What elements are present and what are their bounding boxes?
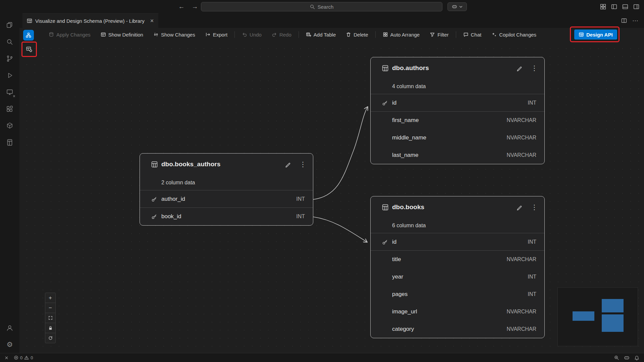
lock-button[interactable] xyxy=(45,323,56,333)
add-table-button[interactable]: Add Table xyxy=(303,30,339,39)
minimap-node-authors xyxy=(602,299,624,312)
notifications-bell-icon[interactable] xyxy=(634,355,639,360)
errors-icon xyxy=(14,355,18,360)
schema-canvas[interactable]: dbo.books_authors ⋮ 2 column data author… xyxy=(19,41,644,353)
zoom-out-button[interactable]: − xyxy=(45,303,56,313)
account-icon[interactable] xyxy=(2,319,18,336)
chat-button[interactable]: Chat xyxy=(460,30,485,39)
filter-label: Filter xyxy=(437,32,448,38)
show-changes-label: Show Changes xyxy=(161,32,195,38)
copilot-status-icon[interactable] xyxy=(624,355,630,361)
table-card-header[interactable]: dbo.books ⋮ xyxy=(371,196,544,218)
canvas-zoom-controls: + − xyxy=(45,293,56,343)
chevron-down-icon xyxy=(459,6,463,8)
column-type: NVARCHAR xyxy=(506,135,544,141)
copilot-menu-button[interactable] xyxy=(447,2,467,11)
table-row[interactable]: first_name NVARCHAR xyxy=(371,112,544,129)
forward-button[interactable]: → xyxy=(191,3,199,10)
source-control-icon[interactable] xyxy=(2,50,18,67)
primary-key-icon xyxy=(140,196,161,202)
copilot-changes-button[interactable]: Copilot Changes xyxy=(488,30,539,39)
problems-indicator[interactable]: 0 0 xyxy=(14,355,33,360)
toggle-secondary-sidebar-icon[interactable] xyxy=(633,4,639,10)
more-actions-icon[interactable]: ⋯ xyxy=(632,17,639,24)
zoom-status-icon[interactable] xyxy=(614,355,619,360)
customize-layout-icon[interactable] xyxy=(600,4,606,10)
tab-close-icon[interactable]: × xyxy=(150,17,154,24)
schema-visualize-rail-button[interactable] xyxy=(23,30,34,41)
column-name: title xyxy=(392,256,401,263)
table-row[interactable]: id INT xyxy=(371,94,544,112)
table-row[interactable]: category NVARCHAR xyxy=(371,320,544,338)
column-type: INT xyxy=(296,196,313,202)
column-type: NVARCHAR xyxy=(506,309,544,315)
redo-button[interactable]: Redo xyxy=(269,30,294,39)
column-name: year xyxy=(392,274,403,280)
table-row[interactable]: title NVARCHAR xyxy=(371,251,544,268)
explorer-icon[interactable] xyxy=(2,17,18,34)
redo-label: Redo xyxy=(279,32,291,38)
zoom-in-button[interactable]: + xyxy=(45,293,56,303)
primary-key-icon xyxy=(140,214,161,220)
settings-gear-icon[interactable]: ⚙ xyxy=(2,336,18,353)
export-button[interactable]: Export xyxy=(202,30,230,39)
search-box[interactable]: Search xyxy=(201,2,442,11)
delete-button[interactable]: Delete xyxy=(343,30,371,39)
extensions-icon[interactable] xyxy=(2,101,18,117)
back-button[interactable]: ← xyxy=(177,3,186,10)
table-menu-icon[interactable]: ⋮ xyxy=(531,203,538,211)
tab-schema-designer[interactable]: Visualize and Design Schema (Preview) - … xyxy=(22,13,158,28)
remote-explorer-icon[interactable] xyxy=(2,84,18,101)
filter-button[interactable]: Filter xyxy=(427,30,451,39)
table-row[interactable]: author_id INT xyxy=(140,190,313,208)
table-card-books-authors[interactable]: dbo.books_authors ⋮ 2 column data author… xyxy=(140,153,313,226)
export-label: Export xyxy=(213,32,227,38)
edit-table-icon[interactable] xyxy=(516,204,523,210)
table-row[interactable]: year INT xyxy=(371,268,544,286)
table-row[interactable]: image_url NVARCHAR xyxy=(371,303,544,320)
toggle-panel-icon[interactable] xyxy=(622,4,628,10)
table-row[interactable]: middle_name NVARCHAR xyxy=(371,129,544,146)
refresh-layout-button[interactable] xyxy=(45,333,56,343)
show-changes-button[interactable]: Show Changes xyxy=(150,30,198,39)
toggle-sidebar-icon[interactable] xyxy=(611,4,617,10)
edit-table-icon[interactable] xyxy=(516,65,523,71)
toolbar-separator xyxy=(456,31,456,38)
tutorial-highlight-design-api xyxy=(570,26,620,42)
table-card-books[interactable]: dbo.books ⋮ 6 column data id INT title N… xyxy=(370,196,545,338)
table-grid-icon xyxy=(140,161,161,168)
minimap-node-books-authors xyxy=(573,311,594,321)
remote-indicator-icon[interactable] xyxy=(4,355,9,360)
table-card-header[interactable]: dbo.books_authors ⋮ xyxy=(140,154,313,175)
fit-view-button[interactable] xyxy=(45,313,56,323)
table-card-header[interactable]: dbo.authors ⋮ xyxy=(371,57,544,79)
table-name: dbo.authors xyxy=(392,64,429,72)
toolbar-separator xyxy=(299,31,299,38)
table-menu-icon[interactable]: ⋮ xyxy=(531,64,538,72)
table-grid-icon xyxy=(371,65,392,71)
search-sidebar-icon[interactable] xyxy=(2,34,18,50)
delete-label: Delete xyxy=(354,32,368,38)
table-subtitle: 4 column data xyxy=(371,79,544,94)
table-row[interactable]: last_name NVARCHAR xyxy=(371,146,544,164)
undo-button[interactable]: Undo xyxy=(239,30,265,39)
split-editor-icon[interactable] xyxy=(621,18,627,23)
minimap[interactable] xyxy=(557,287,638,346)
run-debug-icon[interactable] xyxy=(2,67,18,84)
auto-arrange-button[interactable]: Auto Arrange xyxy=(380,30,423,39)
table-designer-icon[interactable] xyxy=(2,134,18,151)
table-row[interactable]: book_id INT xyxy=(140,208,313,225)
table-menu-icon[interactable]: ⋮ xyxy=(300,160,306,168)
show-definition-button[interactable]: Show Definition xyxy=(98,30,146,39)
apply-changes-button[interactable]: Apply Changes xyxy=(46,30,94,39)
edit-table-icon[interactable] xyxy=(285,161,291,168)
minimap-node-books xyxy=(602,314,624,332)
column-type: NVARCHAR xyxy=(506,326,544,332)
column-name: author_id xyxy=(161,196,185,202)
database-projects-icon[interactable] xyxy=(2,117,18,134)
table-row[interactable]: pages INT xyxy=(371,286,544,303)
table-card-authors[interactable]: dbo.authors ⋮ 4 column data id INT first… xyxy=(370,57,545,164)
schema-toolbar: Apply Changes Show Definition Show Chang… xyxy=(19,28,644,41)
table-row[interactable]: id INT xyxy=(371,233,544,251)
column-type: NVARCHAR xyxy=(506,117,544,123)
